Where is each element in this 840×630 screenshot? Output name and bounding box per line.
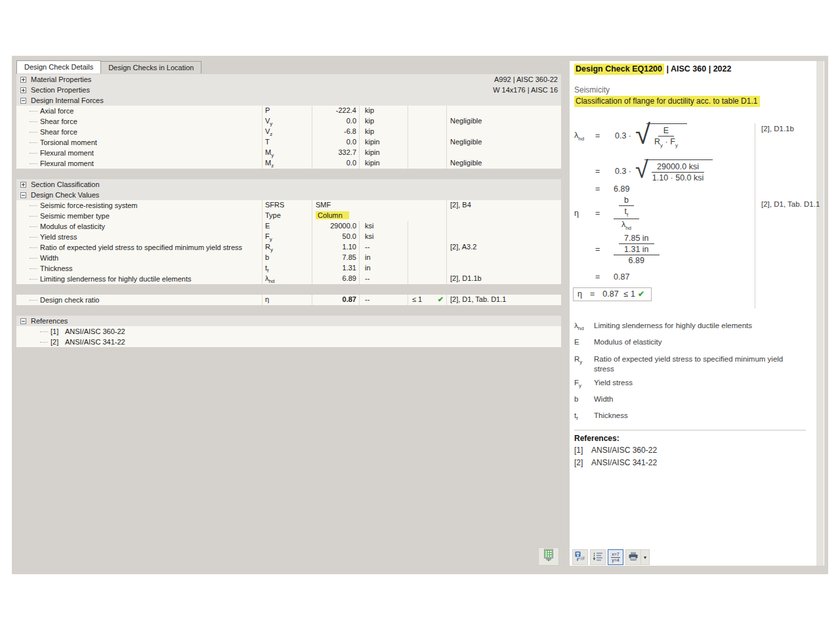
table-row-reference-2[interactable]: [2]ANSI/AISC 341-22 (16, 337, 561, 347)
tree-line (40, 331, 48, 332)
print-options-dropdown[interactable]: ▾ (641, 549, 650, 565)
send-to-report-icon (575, 551, 585, 564)
group-label: Design Check Values (31, 190, 99, 200)
table-row-seismic-member-type[interactable]: Seismic member type Type Column (16, 211, 561, 221)
panel-description: Classification of flange for ductility a… (574, 96, 760, 106)
tree-line (30, 258, 37, 259)
table-row-shear-force-vz[interactable]: Shear force Vz -6.8 kip (16, 127, 561, 137)
collapse-icon[interactable] (20, 98, 26, 104)
formula-eta-line1: η = b tf λhd (574, 196, 639, 230)
table-row-modulus-of-elasticity[interactable]: Modulus of elasticity E 29000.0 ksi (16, 221, 561, 232)
group-row-section-classification[interactable]: Section Classification (16, 179, 561, 190)
formula-lambda-result: = 6.89 (574, 184, 629, 194)
spacer-row (16, 305, 561, 316)
expand-icon[interactable] (20, 182, 26, 188)
design-check-dialog: Design Check Details Design Checks in Lo… (12, 56, 828, 574)
formula-reference: [2], D1, Tab. D1.1 (761, 200, 820, 208)
expand-details-button[interactable] (590, 549, 606, 565)
check-icon: ✔ (638, 289, 644, 299)
expand-icon[interactable] (20, 87, 26, 93)
highlighted-value: Column (316, 211, 349, 219)
tree-line (30, 132, 37, 133)
formula-lambda-line1: λhd = 0.3 · √ E Ry · Fy (574, 123, 687, 149)
tree-line (30, 153, 37, 154)
table-row-flexural-moment-my[interactable]: Flexural moment My 332.7 kipin (16, 148, 561, 158)
vertical-scrollbar[interactable] (816, 61, 824, 566)
group-label: Material Properties (31, 75, 91, 85)
tree-line (30, 300, 37, 301)
code-reference: | AISC 360 | 2022 (667, 64, 732, 74)
tab-design-checks-in-location[interactable]: Design Checks in Location (101, 61, 201, 74)
symbol-legend: λhd Limiting slenderness for highly duct… (574, 321, 801, 427)
values-display-icon: x=7 y=4 (611, 552, 620, 563)
formula-reference: [2], D1.1b (761, 125, 794, 133)
report-printer-icon (542, 549, 555, 564)
tree-line (30, 142, 37, 143)
legend-item: b Width (574, 394, 801, 407)
group-label: Section Classification (31, 180, 100, 190)
collapse-icon[interactable] (20, 318, 26, 324)
printer-icon (628, 551, 639, 564)
tab-design-check-details[interactable]: Design Check Details (16, 60, 101, 74)
table-row-sfrs[interactable]: Seismic force-resisting system SFRS SMF … (16, 200, 561, 211)
references-title: References: (574, 434, 620, 443)
application-window: Design Check Details Design Checks in Lo… (0, 0, 840, 630)
collapse-icon[interactable] (20, 192, 26, 198)
table-row-flexural-moment-mz[interactable]: Flexural moment Mz 0.0 kipin Negligible (16, 158, 561, 169)
legend-item: Fy Yield stress (574, 378, 801, 390)
print-button[interactable] (625, 549, 641, 565)
formula-eta-result: = 0.87 (574, 272, 629, 282)
divider (574, 430, 806, 430)
tree-line (40, 342, 48, 343)
expand-icon[interactable] (20, 77, 26, 83)
tree-line (30, 226, 37, 227)
tree-line (30, 205, 37, 206)
group-label: References (31, 316, 68, 326)
group-row-section-properties[interactable]: Section Properties W 14x176 | AISC 16 (16, 85, 561, 95)
tree-line (30, 279, 37, 280)
group-row-design-internal-forces[interactable]: Design Internal Forces (16, 95, 561, 106)
table-row-reference-1[interactable]: [1]ANSI/AISC 360-22 (16, 326, 561, 337)
table-row-ry-ratio[interactable]: Ratio of expected yield stress to specif… (16, 242, 561, 253)
table-row-yield-stress[interactable]: Yield stress Fy 50.0 ksi (16, 232, 561, 242)
table-row-width[interactable]: Width b 7.85 in (16, 253, 561, 263)
tree-line (30, 216, 37, 217)
square-root: √ 29000.0 ksi 1.10 · 50.0 ksi (635, 159, 713, 183)
group-row-material-properties[interactable]: Material Properties A992 | AISC 360-22 (16, 74, 561, 85)
group-row-references[interactable]: References (16, 316, 561, 326)
caret-down-icon: ▾ (644, 555, 646, 560)
legend-item: Ry Ratio of expected yield stress to spe… (574, 354, 801, 374)
group-row-design-check-values[interactable]: Design Check Values (16, 190, 561, 200)
spacer-row (16, 284, 561, 295)
show-values-button[interactable]: x=7 y=4 (608, 549, 623, 565)
check-icon: ✔ (438, 295, 444, 305)
detail-list-icon (593, 551, 603, 564)
reference-item: [2] ANSI/AISC 341-22 (574, 458, 657, 467)
tree-line (30, 237, 37, 238)
square-root: √ E Ry · Fy (635, 123, 687, 149)
panel-subtitle: Seismicity (574, 85, 610, 94)
legend-item: E Modulus of elasticity (574, 337, 801, 350)
table-row-torsional-moment[interactable]: Torsional moment T 0.0 kipin Negligible (16, 137, 561, 148)
tab-bar: Design Check Details Design Checks in Lo… (16, 60, 201, 74)
table-row-design-check-ratio[interactable]: Design check ratio η 0.87 -- ≤ 1✔ [2], D… (16, 295, 561, 305)
design-check-id: Design Check EQ1200 (574, 64, 664, 75)
panel-toolbar: x=7 y=4 ▾ (572, 549, 650, 565)
send-to-report-button[interactable] (572, 549, 588, 565)
table-row-shear-force-vy[interactable]: Shear force Vy 0.0 kip Negligible (16, 116, 561, 127)
material-value: A992 | AISC 360-22 (494, 75, 561, 85)
tree-line (30, 121, 37, 122)
table-row-thickness[interactable]: Thickness tf 1.31 in (16, 263, 561, 274)
formula-eta-line2: = 7.85 in 1.31 in 6.89 (574, 234, 660, 265)
table-row-axial-force[interactable]: Axial force P -222.4 kip (16, 106, 561, 116)
printout-report-button[interactable] (538, 547, 559, 566)
tree-line (30, 247, 37, 248)
table-row-limiting-slenderness[interactable]: Limiting slenderness for highly ductile … (16, 274, 561, 284)
tree-line (30, 163, 37, 164)
tree-line (30, 268, 37, 269)
group-label: Design Internal Forces (31, 96, 104, 106)
group-label: Section Properties (31, 85, 90, 95)
legend-item: λhd Limiting slenderness for highly duct… (574, 321, 801, 333)
design-check-table: Material Properties A992 | AISC 360-22 S… (16, 74, 561, 347)
spacer-row (16, 169, 561, 179)
